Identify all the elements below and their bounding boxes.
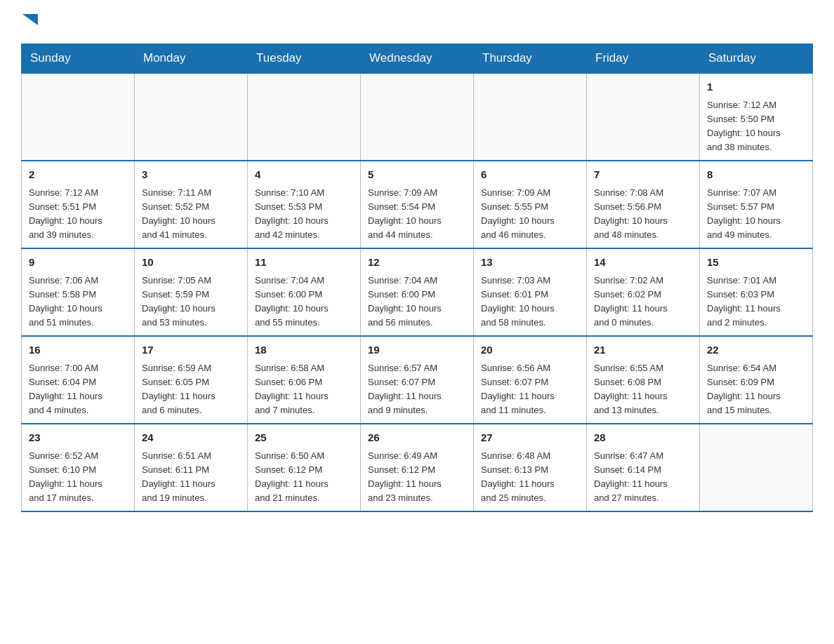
day-info: Sunrise: 6:48 AMSunset: 6:13 PMDaylight:… <box>481 449 579 506</box>
calendar-cell: 23Sunrise: 6:52 AMSunset: 6:10 PMDayligh… <box>22 424 135 511</box>
calendar-cell: 9Sunrise: 7:06 AMSunset: 5:58 PMDaylight… <box>22 248 135 336</box>
page-header <box>21 14 813 29</box>
calendar-cell <box>135 73 248 161</box>
day-number: 4 <box>255 167 353 183</box>
weekday-header-monday: Monday <box>135 44 248 74</box>
day-number: 14 <box>594 255 692 271</box>
day-number: 11 <box>255 255 353 271</box>
calendar-cell: 6Sunrise: 7:09 AMSunset: 5:55 PMDaylight… <box>474 161 587 248</box>
day-number: 10 <box>142 255 240 271</box>
day-info: Sunrise: 7:09 AMSunset: 5:54 PMDaylight:… <box>368 186 466 243</box>
day-info: Sunrise: 7:07 AMSunset: 5:57 PMDaylight:… <box>707 186 805 243</box>
calendar-cell <box>248 73 361 161</box>
day-info: Sunrise: 7:12 AMSunset: 5:50 PMDaylight:… <box>707 98 805 155</box>
calendar-cell <box>361 73 474 161</box>
calendar-cell: 21Sunrise: 6:55 AMSunset: 6:08 PMDayligh… <box>587 336 700 424</box>
calendar-cell <box>700 424 813 511</box>
day-number: 28 <box>594 430 692 446</box>
calendar-cell: 19Sunrise: 6:57 AMSunset: 6:07 PMDayligh… <box>361 336 474 424</box>
day-info: Sunrise: 6:50 AMSunset: 6:12 PMDaylight:… <box>255 449 353 506</box>
weekday-header-sunday: Sunday <box>22 44 135 74</box>
calendar-cell <box>587 73 700 161</box>
day-number: 23 <box>29 430 127 446</box>
calendar-cell: 28Sunrise: 6:47 AMSunset: 6:14 PMDayligh… <box>587 424 700 511</box>
calendar-cell: 3Sunrise: 7:11 AMSunset: 5:52 PMDaylight… <box>135 161 248 248</box>
day-number: 7 <box>594 167 692 183</box>
calendar-cell <box>22 73 135 161</box>
calendar-cell: 8Sunrise: 7:07 AMSunset: 5:57 PMDaylight… <box>700 161 813 248</box>
calendar-cell: 26Sunrise: 6:49 AMSunset: 6:12 PMDayligh… <box>361 424 474 511</box>
calendar-cell: 15Sunrise: 7:01 AMSunset: 6:03 PMDayligh… <box>700 248 813 336</box>
day-number: 21 <box>594 342 692 358</box>
weekday-header-row: SundayMondayTuesdayWednesdayThursdayFrid… <box>22 44 813 74</box>
day-info: Sunrise: 7:01 AMSunset: 6:03 PMDaylight:… <box>707 274 805 330</box>
day-number: 1 <box>707 79 805 95</box>
day-info: Sunrise: 7:10 AMSunset: 5:53 PMDaylight:… <box>255 186 353 243</box>
day-info: Sunrise: 6:49 AMSunset: 6:12 PMDaylight:… <box>368 449 466 506</box>
day-number: 24 <box>142 430 240 446</box>
calendar-cell: 24Sunrise: 6:51 AMSunset: 6:11 PMDayligh… <box>135 424 248 511</box>
weekday-header-saturday: Saturday <box>700 44 813 74</box>
day-info: Sunrise: 7:04 AMSunset: 6:00 PMDaylight:… <box>255 274 353 330</box>
calendar-cell: 12Sunrise: 7:04 AMSunset: 6:00 PMDayligh… <box>361 248 474 336</box>
calendar-week-row: 23Sunrise: 6:52 AMSunset: 6:10 PMDayligh… <box>22 424 813 511</box>
day-number: 22 <box>707 342 805 358</box>
calendar-cell: 1Sunrise: 7:12 AMSunset: 5:50 PMDaylight… <box>700 73 813 161</box>
day-info: Sunrise: 6:59 AMSunset: 6:05 PMDaylight:… <box>142 361 240 418</box>
calendar-cell: 18Sunrise: 6:58 AMSunset: 6:06 PMDayligh… <box>248 336 361 424</box>
day-number: 8 <box>707 167 805 183</box>
day-number: 16 <box>29 342 127 358</box>
day-number: 19 <box>368 342 466 358</box>
calendar-cell: 16Sunrise: 7:00 AMSunset: 6:04 PMDayligh… <box>22 336 135 424</box>
day-info: Sunrise: 6:47 AMSunset: 6:14 PMDaylight:… <box>594 449 692 506</box>
day-info: Sunrise: 7:09 AMSunset: 5:55 PMDaylight:… <box>481 186 579 243</box>
calendar-cell <box>474 73 587 161</box>
weekday-header-thursday: Thursday <box>474 44 587 74</box>
day-info: Sunrise: 6:58 AMSunset: 6:06 PMDaylight:… <box>255 361 353 418</box>
day-info: Sunrise: 7:00 AMSunset: 6:04 PMDaylight:… <box>29 361 127 418</box>
day-number: 6 <box>481 167 579 183</box>
day-info: Sunrise: 7:11 AMSunset: 5:52 PMDaylight:… <box>142 186 240 243</box>
calendar-week-row: 9Sunrise: 7:06 AMSunset: 5:58 PMDaylight… <box>22 248 813 336</box>
calendar-cell: 7Sunrise: 7:08 AMSunset: 5:56 PMDaylight… <box>587 161 700 248</box>
day-number: 5 <box>368 167 466 183</box>
day-number: 9 <box>29 255 127 271</box>
calendar-cell: 10Sunrise: 7:05 AMSunset: 5:59 PMDayligh… <box>135 248 248 336</box>
calendar-cell: 5Sunrise: 7:09 AMSunset: 5:54 PMDaylight… <box>361 161 474 248</box>
calendar-cell: 27Sunrise: 6:48 AMSunset: 6:13 PMDayligh… <box>474 424 587 511</box>
day-number: 12 <box>368 255 466 271</box>
calendar-cell: 2Sunrise: 7:12 AMSunset: 5:51 PMDaylight… <box>22 161 135 248</box>
day-number: 18 <box>255 342 353 358</box>
logo-arrow-icon <box>22 14 38 29</box>
day-info: Sunrise: 7:05 AMSunset: 5:59 PMDaylight:… <box>142 274 240 330</box>
calendar-cell: 11Sunrise: 7:04 AMSunset: 6:00 PMDayligh… <box>248 248 361 336</box>
weekday-header-friday: Friday <box>587 44 700 74</box>
day-number: 25 <box>255 430 353 446</box>
day-info: Sunrise: 7:04 AMSunset: 6:00 PMDaylight:… <box>368 274 466 330</box>
weekday-header-tuesday: Tuesday <box>248 44 361 74</box>
weekday-header-wednesday: Wednesday <box>361 44 474 74</box>
day-info: Sunrise: 7:06 AMSunset: 5:58 PMDaylight:… <box>29 274 127 330</box>
day-info: Sunrise: 6:56 AMSunset: 6:07 PMDaylight:… <box>481 361 579 418</box>
day-info: Sunrise: 7:12 AMSunset: 5:51 PMDaylight:… <box>29 186 127 243</box>
svg-marker-0 <box>22 14 38 25</box>
calendar-cell: 17Sunrise: 6:59 AMSunset: 6:05 PMDayligh… <box>135 336 248 424</box>
day-number: 3 <box>142 167 240 183</box>
calendar-cell: 20Sunrise: 6:56 AMSunset: 6:07 PMDayligh… <box>474 336 587 424</box>
day-number: 2 <box>29 167 127 183</box>
calendar-cell: 4Sunrise: 7:10 AMSunset: 5:53 PMDaylight… <box>248 161 361 248</box>
day-number: 15 <box>707 255 805 271</box>
day-info: Sunrise: 6:54 AMSunset: 6:09 PMDaylight:… <box>707 361 805 418</box>
day-info: Sunrise: 7:08 AMSunset: 5:56 PMDaylight:… <box>594 186 692 243</box>
calendar-cell: 22Sunrise: 6:54 AMSunset: 6:09 PMDayligh… <box>700 336 813 424</box>
day-info: Sunrise: 6:51 AMSunset: 6:11 PMDaylight:… <box>142 449 240 506</box>
day-info: Sunrise: 6:52 AMSunset: 6:10 PMDaylight:… <box>29 449 127 506</box>
day-info: Sunrise: 7:03 AMSunset: 6:01 PMDaylight:… <box>481 274 579 330</box>
calendar-cell: 14Sunrise: 7:02 AMSunset: 6:02 PMDayligh… <box>587 248 700 336</box>
day-number: 17 <box>142 342 240 358</box>
day-number: 20 <box>481 342 579 358</box>
day-number: 26 <box>368 430 466 446</box>
calendar-cell: 25Sunrise: 6:50 AMSunset: 6:12 PMDayligh… <box>248 424 361 511</box>
day-number: 13 <box>481 255 579 271</box>
calendar-cell: 13Sunrise: 7:03 AMSunset: 6:01 PMDayligh… <box>474 248 587 336</box>
